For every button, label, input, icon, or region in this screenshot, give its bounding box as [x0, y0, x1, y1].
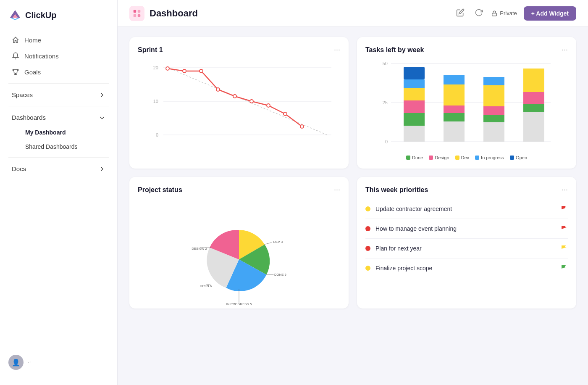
- svg-point-22: [284, 112, 287, 116]
- svg-rect-7: [492, 13, 497, 16]
- priority-item-2: Plan for next year: [365, 239, 568, 258]
- sidebar-item-home-label: Home: [24, 37, 41, 44]
- svg-text:50: 50: [383, 61, 388, 66]
- svg-text:IN PROGRESS 5: IN PROGRESS 5: [226, 302, 252, 306]
- svg-text:20: 20: [153, 65, 158, 70]
- svg-rect-6: [138, 14, 140, 16]
- sidebar-item-notifications-label: Notifications: [24, 53, 59, 60]
- dashboards-label: Dashboards: [12, 114, 46, 121]
- priority-list: Update contractor agreement How to manag…: [365, 199, 568, 278]
- header-title: Dashboard: [150, 8, 449, 19]
- user-chevron-icon: [27, 360, 32, 365]
- tasks-card-title: Tasks left by week: [365, 46, 424, 54]
- sprint-chart: 20 10 0: [138, 59, 340, 160]
- priority-text-0: Update contractor agreement: [375, 206, 555, 212]
- my-dashboard-label: My Dashboard: [25, 129, 66, 136]
- svg-text:0: 0: [156, 132, 158, 137]
- svg-rect-5: [134, 14, 136, 16]
- add-widget-button[interactable]: + Add Widget: [524, 6, 576, 21]
- svg-rect-45: [483, 122, 504, 142]
- priority-item-3: Finalize project scope: [365, 258, 568, 278]
- svg-text:DESIGN 2: DESIGN 2: [192, 247, 207, 251]
- priority-text-1: How to manage event planning: [375, 225, 555, 232]
- priority-dot-0: [365, 206, 370, 211]
- svg-point-23: [300, 125, 304, 128]
- svg-text:25: 25: [383, 100, 388, 105]
- svg-text:OPEN 6: OPEN 6: [200, 284, 212, 288]
- svg-text:DONE 5: DONE 5: [274, 273, 286, 277]
- svg-rect-33: [404, 100, 425, 113]
- sidebar-item-home[interactable]: Home: [3, 32, 114, 48]
- legend-done: Done: [406, 155, 423, 160]
- svg-rect-31: [404, 79, 425, 88]
- flag-icon-3: [560, 264, 568, 272]
- svg-rect-34: [404, 113, 425, 126]
- svg-rect-49: [523, 104, 544, 112]
- nav-divider-1: [8, 83, 109, 84]
- svg-line-52: [265, 243, 272, 245]
- legend-design: Design: [429, 155, 449, 160]
- refresh-button[interactable]: [473, 7, 485, 20]
- svg-point-17: [200, 69, 203, 73]
- svg-point-20: [250, 100, 253, 103]
- svg-rect-37: [444, 84, 465, 105]
- svg-point-19: [233, 95, 236, 98]
- flag-icon-1: [560, 225, 568, 232]
- svg-rect-43: [483, 106, 504, 115]
- svg-rect-46: [523, 69, 544, 80]
- project-status-card: Project status ···: [129, 177, 349, 309]
- svg-rect-44: [483, 115, 504, 122]
- bell-icon: [12, 52, 19, 60]
- svg-text:DEV 3: DEV 3: [273, 240, 283, 244]
- sidebar-item-goals[interactable]: Goals: [3, 64, 114, 80]
- trophy-icon: [12, 68, 19, 76]
- user-avatar-area[interactable]: 👤: [0, 348, 117, 377]
- sprint-card: Sprint 1 ··· 20 10 0: [129, 37, 349, 169]
- main-area: Dashboard Private + Add Widget Sprint 1 …: [118, 0, 588, 385]
- refresh-icon: [475, 8, 483, 17]
- priority-dot-1: [365, 226, 370, 231]
- edit-button[interactable]: [454, 7, 466, 20]
- svg-rect-3: [134, 10, 136, 12]
- priority-dot-3: [365, 266, 370, 271]
- pie-chart-area: DEV 3 DONE 5 IN PROGRESS 5 OPEN 6 DESIGN…: [138, 199, 340, 300]
- header-actions: Private + Add Widget: [454, 6, 576, 21]
- priorities-more-button[interactable]: ···: [562, 185, 568, 194]
- flag-icon-0: [560, 205, 568, 213]
- flag-icon-2: [560, 245, 568, 252]
- svg-rect-30: [404, 67, 425, 79]
- project-status-more-button[interactable]: ···: [334, 185, 340, 194]
- legend-in-progress: In progress: [475, 155, 504, 160]
- sprint-chart-svg: 20 10 0: [138, 59, 340, 160]
- svg-point-18: [216, 88, 220, 91]
- dashboard-header-icon: [129, 6, 144, 21]
- svg-rect-36: [444, 75, 465, 84]
- sidebar-item-shared-dashboards[interactable]: Shared Dashboards: [3, 140, 114, 154]
- tasks-more-button[interactable]: ···: [562, 45, 568, 54]
- avatar: 👤: [8, 355, 24, 370]
- sidebar-spaces[interactable]: Spaces: [3, 87, 114, 103]
- sprint-more-button[interactable]: ···: [334, 45, 340, 54]
- sidebar-item-goals-label: Goals: [24, 69, 41, 76]
- sidebar-dashboards[interactable]: Dashboards: [3, 110, 114, 125]
- sidebar-item-notifications[interactable]: Notifications: [3, 48, 114, 64]
- spaces-label: Spaces: [12, 91, 33, 98]
- priority-item-1: How to manage event planning: [365, 219, 568, 239]
- bottom-row-grid: Project status ···: [129, 177, 576, 309]
- shared-dashboards-label: Shared Dashboards: [25, 143, 78, 150]
- legend-dev: Dev: [455, 155, 470, 160]
- svg-rect-35: [404, 126, 425, 142]
- sprint-card-title: Sprint 1: [138, 46, 163, 54]
- svg-rect-38: [444, 105, 465, 113]
- svg-text:10: 10: [153, 99, 158, 104]
- sidebar-docs[interactable]: Docs: [3, 161, 114, 177]
- priorities-card: This week priorities ··· Update contract…: [357, 177, 576, 309]
- sprint-card-header: Sprint 1 ···: [138, 45, 340, 54]
- legend-open: Open: [510, 155, 527, 160]
- svg-text:0: 0: [385, 139, 388, 144]
- sidebar-item-my-dashboard[interactable]: My Dashboard: [3, 125, 114, 140]
- private-badge[interactable]: Private: [491, 10, 517, 16]
- top-row-grid: Sprint 1 ··· 20 10 0: [129, 37, 576, 169]
- nav-divider-3: [8, 157, 109, 158]
- tasks-card: Tasks left by week ··· 50 25 0: [357, 37, 576, 169]
